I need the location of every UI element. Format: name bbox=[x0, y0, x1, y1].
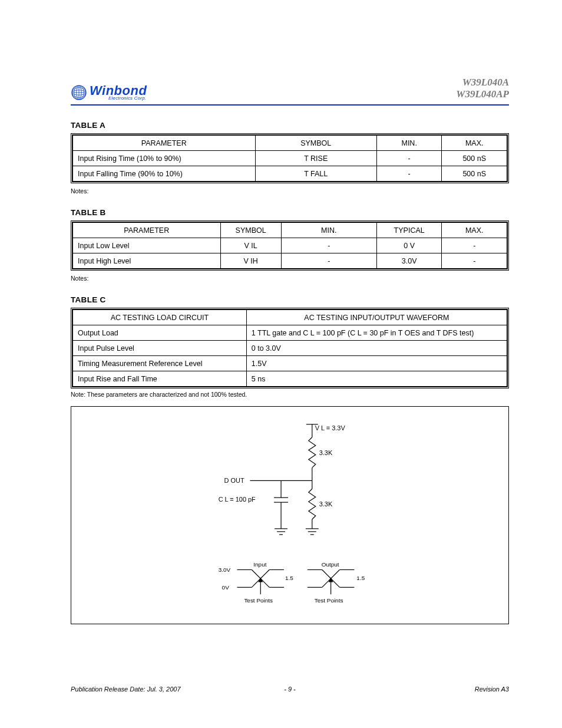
table-c-title: TABLE C bbox=[71, 295, 509, 304]
svg-text:V L = 3.3V: V L = 3.3V bbox=[315, 424, 346, 431]
col-header: SYMBOL bbox=[255, 136, 376, 151]
page-footer: Publication Release Date: Jul. 3, 2007 -… bbox=[71, 686, 509, 693]
table-c-note: Note: These parameters are characterized… bbox=[71, 391, 509, 398]
svg-text:3.3K: 3.3K bbox=[319, 449, 333, 456]
circuit-waveform-diagram: V L = 3.3V 3.3K D OUT bbox=[71, 406, 509, 624]
svg-text:C L = 100 pF: C L = 100 pF bbox=[219, 496, 256, 503]
cell: 5 ns bbox=[246, 371, 507, 387]
table-row: PARAMETER SYMBOL MIN. TYPICAL MAX. bbox=[73, 223, 507, 238]
part-line-1: W39L040A bbox=[462, 77, 509, 88]
part-number: W39L040A W39L040AP bbox=[456, 77, 509, 101]
svg-text:Output: Output bbox=[322, 561, 339, 568]
cell: Input Rising Time (10% to 90%) bbox=[73, 151, 256, 166]
table-row: Input High Level V IH - 3.0V - bbox=[73, 253, 507, 269]
circuit-svg: V L = 3.3V 3.3K D OUT bbox=[71, 407, 508, 624]
cell: Input Pulse Level bbox=[73, 341, 247, 356]
svg-text:3.0V: 3.0V bbox=[219, 567, 231, 574]
logo-row: Winbond Electronics Corp. W39L040A W39L0… bbox=[71, 77, 509, 101]
svg-text:D OUT: D OUT bbox=[224, 477, 244, 485]
col-header: MAX. bbox=[442, 223, 507, 238]
col-header: PARAMETER bbox=[73, 223, 221, 238]
cell: - bbox=[376, 166, 442, 182]
doc-header: Winbond Electronics Corp. W39L040A W39L0… bbox=[71, 77, 509, 106]
cell: - bbox=[281, 253, 376, 269]
col-header: PARAMETER bbox=[73, 136, 256, 151]
table-a-title: TABLE A bbox=[71, 121, 509, 130]
cell: 1.5V bbox=[246, 356, 507, 371]
cell: 500 nS bbox=[442, 151, 507, 166]
table-row: Output Load 1 TTL gate and C L = 100 pF … bbox=[73, 325, 507, 341]
footer-left: Publication Release Date: Jul. 3, 2007 bbox=[71, 686, 181, 693]
table-row: Input Falling Time (90% to 10%) T FALL -… bbox=[73, 166, 507, 182]
col-header: TYPICAL bbox=[376, 223, 442, 238]
svg-text:Test Points: Test Points bbox=[315, 598, 343, 604]
company-logo: Winbond Electronics Corp. bbox=[71, 84, 147, 101]
cell: T RISE bbox=[255, 151, 376, 166]
header-rule bbox=[71, 104, 509, 106]
main-content: TABLE A PARAMETER SYMBOL MIN. MAX. Input… bbox=[71, 115, 509, 624]
cell: V IH bbox=[220, 253, 281, 269]
cell: Timing Measurement Reference Level bbox=[73, 356, 247, 371]
table-row: Input Rising Time (10% to 90%) T RISE - … bbox=[73, 151, 507, 166]
svg-text:Test Points: Test Points bbox=[244, 598, 273, 604]
table-row: Input Low Level V IL - 0 V - bbox=[73, 238, 507, 253]
col-header: MAX. bbox=[442, 136, 507, 151]
svg-text:Input: Input bbox=[253, 561, 266, 568]
part-line-2: W39L040AP bbox=[456, 88, 509, 100]
cell: - bbox=[442, 238, 507, 253]
svg-text:1.5: 1.5 bbox=[356, 575, 365, 582]
svg-text:1.5: 1.5 bbox=[285, 575, 293, 582]
table-row: Input Pulse Level 0 to 3.0V bbox=[73, 341, 507, 356]
cell: Input Rise and Fall Time bbox=[73, 371, 247, 387]
table-row: Input Rise and Fall Time 5 ns bbox=[73, 371, 507, 387]
cell: 500 nS bbox=[442, 166, 507, 182]
table-c: AC TESTING LOAD CIRCUIT AC TESTING INPUT… bbox=[71, 308, 509, 388]
cell: Input High Level bbox=[73, 253, 221, 269]
col-header: MIN. bbox=[281, 223, 376, 238]
cell: - bbox=[442, 253, 507, 269]
footer-page: - 9 - bbox=[284, 686, 296, 693]
table-b: PARAMETER SYMBOL MIN. TYPICAL MAX. Input… bbox=[71, 220, 509, 271]
cell: - bbox=[376, 151, 442, 166]
cell: - bbox=[281, 238, 376, 253]
table-a-notes: Notes: bbox=[71, 187, 509, 195]
svg-text:0V: 0V bbox=[222, 585, 230, 591]
svg-text:3.3K: 3.3K bbox=[319, 500, 333, 508]
cell: Input Low Level bbox=[73, 238, 221, 253]
cell: Input Falling Time (90% to 10%) bbox=[73, 166, 256, 182]
globe-icon bbox=[71, 84, 87, 101]
table-a: PARAMETER SYMBOL MIN. MAX. Input Rising … bbox=[71, 133, 509, 183]
cell: 1 TTL gate and C L = 100 pF (C L = 30 pF… bbox=[246, 325, 507, 341]
footer-right: Revision A3 bbox=[475, 686, 509, 693]
col-header: AC TESTING INPUT/OUTPUT WAVEFORM bbox=[246, 310, 507, 325]
cell: 3.0V bbox=[376, 253, 442, 269]
table-row: AC TESTING LOAD CIRCUIT AC TESTING INPUT… bbox=[73, 310, 507, 325]
logo-subtitle: Electronics Corp. bbox=[108, 96, 147, 101]
cell: 0 to 3.0V bbox=[246, 341, 507, 356]
cell: T FALL bbox=[255, 166, 376, 182]
cell: Output Load bbox=[73, 325, 247, 341]
col-header: MIN. bbox=[376, 136, 442, 151]
table-b-notes: Notes: bbox=[71, 274, 509, 282]
col-header: SYMBOL bbox=[220, 223, 281, 238]
cell: 0 V bbox=[376, 238, 442, 253]
cell: V IL bbox=[220, 238, 281, 253]
table-b-title: TABLE B bbox=[71, 208, 509, 217]
table-row: Timing Measurement Reference Level 1.5V bbox=[73, 356, 507, 371]
table-row: PARAMETER SYMBOL MIN. MAX. bbox=[73, 136, 507, 151]
col-header: AC TESTING LOAD CIRCUIT bbox=[73, 310, 247, 325]
